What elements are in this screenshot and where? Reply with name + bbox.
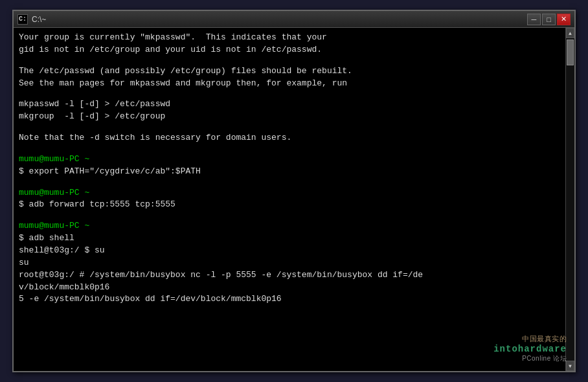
maximize-button[interactable]: □: [542, 14, 556, 25]
blank-line: [19, 123, 560, 132]
blank-line: [19, 211, 560, 220]
blank-line: [19, 144, 560, 153]
terminal-command: $ adb shell: [19, 232, 560, 245]
terminal-prompt: mumu@mumu-PC ~: [19, 153, 560, 166]
terminal-line: mkgroup -l [-d] > /etc/group: [19, 111, 560, 123]
terminal-content[interactable]: Your group is currently "mkpasswd". This…: [14, 28, 565, 371]
terminal-line: root@t03g:/ # /system/bin/busybox nc -l …: [19, 269, 560, 282]
terminal-line: 5 -e /system/bin/busybox dd if=/dev/bloc…: [19, 293, 560, 306]
scroll-up-arrow[interactable]: ▲: [566, 28, 574, 38]
titlebar: C: C:\~ ─ □ ✕: [14, 11, 574, 28]
terminal-line: Your group is currently "mkpasswd". This…: [19, 32, 560, 44]
scrollbar[interactable]: ▲ ▼: [565, 28, 574, 371]
scroll-down-arrow[interactable]: ▼: [566, 361, 574, 371]
scroll-thumb[interactable]: [567, 39, 574, 65]
blank-line: [19, 89, 560, 98]
terminal-command: $ export PATH="/cygdrive/c/ab":$PATH: [19, 166, 560, 178]
blank-line: [19, 56, 560, 65]
terminal-line: v/block/mmcblk0p16: [19, 282, 560, 294]
terminal-line: su: [19, 257, 560, 269]
minimize-button[interactable]: ─: [527, 14, 541, 25]
terminal-line: gid is not in /etc/group and your uid is…: [19, 44, 560, 56]
terminal-window: C: C:\~ ─ □ ✕ Your group is currently "m…: [12, 10, 576, 372]
terminal-prompt: mumu@mumu-PC ~: [19, 187, 560, 199]
terminal-command: $ adb forward tcp:5555 tcp:5555: [19, 199, 560, 211]
terminal-line: mkpasswd -l [-d] > /etc/passwd: [19, 98, 560, 111]
terminal-line: See the man pages for mkpasswd and mkgro…: [19, 78, 560, 90]
close-button[interactable]: ✕: [557, 14, 571, 25]
blank-line: [19, 178, 560, 187]
title-text: C:\~: [32, 15, 46, 24]
title-icon: C:: [17, 14, 28, 25]
scroll-track[interactable]: [566, 38, 574, 361]
titlebar-controls: ─ □ ✕: [527, 14, 571, 25]
terminal-line: The /etc/passwd (and possibly /etc/group…: [19, 65, 560, 78]
terminal-line: Note that the -d switch is necessary for…: [19, 132, 560, 144]
terminal-line: shell@t03g:/ $ su: [19, 245, 560, 257]
terminal-prompt: mumu@mumu-PC ~: [19, 220, 560, 232]
titlebar-left: C: C:\~: [17, 14, 46, 25]
terminal-body: Your group is currently "mkpasswd". This…: [14, 28, 574, 371]
